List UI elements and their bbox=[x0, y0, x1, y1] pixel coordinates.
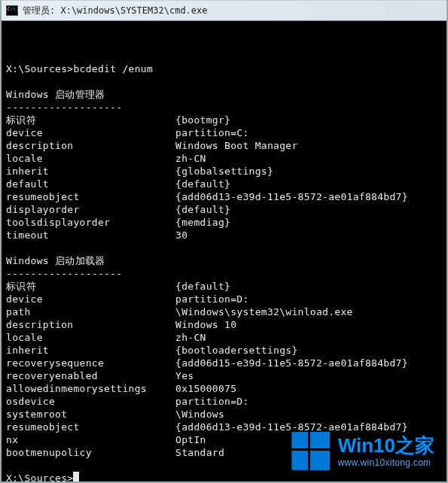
terminal-line: systemroot\Windows bbox=[6, 408, 442, 421]
terminal-line: displayorder{default} bbox=[6, 203, 442, 216]
terminal-line: inherit{globalsettings} bbox=[6, 165, 442, 178]
terminal-line: 标识符{bootmgr} bbox=[6, 114, 442, 126]
terminal-line bbox=[6, 242, 442, 254]
terminal-line: default{default} bbox=[6, 178, 442, 190]
cmd-icon bbox=[6, 5, 18, 16]
terminal-line: localezh-CN bbox=[6, 331, 442, 344]
terminal-line: ------------------- bbox=[6, 267, 442, 280]
terminal-line: timeout30 bbox=[6, 229, 442, 242]
terminal-line: devicepartition=C: bbox=[6, 126, 442, 139]
terminal-line: descriptionWindows 10 bbox=[6, 318, 442, 331]
terminal-line: inherit{bootloadersettings} bbox=[6, 344, 442, 357]
window-title: 管理员: X:\windows\SYSTEM32\cmd.exe bbox=[23, 5, 208, 17]
terminal-line: recoveryenabledYes bbox=[6, 369, 442, 382]
terminal-line: descriptionWindows Boot Manager bbox=[6, 139, 442, 152]
terminal-line: 标识符{default} bbox=[6, 280, 442, 293]
terminal-line: X:\Sources> bbox=[6, 472, 442, 483]
terminal-line: bootmenupolicyStandard bbox=[6, 446, 442, 459]
terminal-line bbox=[6, 50, 442, 62]
terminal-line: recoverysequence{add06d15-e39d-11e5-8572… bbox=[6, 357, 442, 369]
terminal-line: devicepartition=D: bbox=[6, 293, 442, 305]
terminal-line: resumeobject{add06d13-e39d-11e5-8572-ae0… bbox=[6, 421, 442, 433]
window-titlebar[interactable]: 管理员: X:\windows\SYSTEM32\cmd.exe bbox=[2, 0, 446, 21]
terminal-line: toolsdisplayorder{memdiag} bbox=[6, 216, 442, 229]
terminal-line bbox=[6, 75, 442, 88]
terminal-line: Windows 启动加载器 bbox=[6, 254, 442, 267]
terminal-line bbox=[6, 459, 442, 472]
terminal-line: resumeobject{add06d13-e39d-11e5-8572-ae0… bbox=[6, 190, 442, 203]
terminal-line: allowedinmemorysettings0x15000075 bbox=[6, 382, 442, 395]
terminal-line: osdevicepartition=D: bbox=[6, 395, 442, 408]
terminal-line: nxOptIn bbox=[6, 433, 442, 446]
terminal-line: Windows 启动管理器 bbox=[6, 88, 442, 101]
terminal-line: X:\Sources>bcdedit /enum bbox=[6, 62, 442, 75]
terminal-line: ------------------- bbox=[6, 101, 442, 114]
terminal-line: path\Windows\system32\winload.exe bbox=[6, 305, 442, 318]
terminal-output[interactable]: X:\Sources>bcdedit /enum Windows 启动管理器--… bbox=[2, 21, 446, 483]
terminal-line: localezh-CN bbox=[6, 152, 442, 165]
